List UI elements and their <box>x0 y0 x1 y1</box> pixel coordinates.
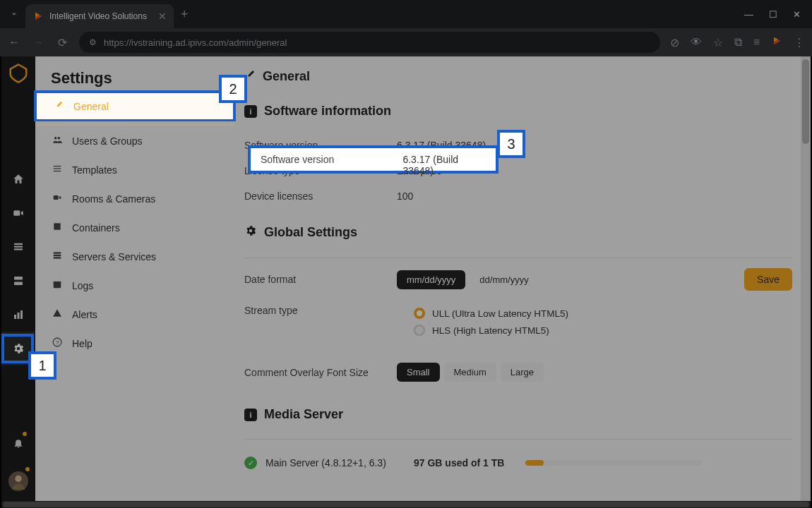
servers-icon <box>51 250 64 262</box>
info-row-device-licenses: Device licenses 100 <box>244 183 792 209</box>
date-format-option-0[interactable]: mm/dd/yyyy <box>397 270 465 289</box>
sidebar-item-rooms-cameras[interactable]: Rooms & Cameras <box>35 184 234 213</box>
gear-icon <box>244 224 257 241</box>
site-settings-icon[interactable]: ⚙ <box>89 37 97 47</box>
back-button[interactable]: ← <box>7 36 21 49</box>
setting-label: Comment Overlay Font Size <box>244 367 397 378</box>
forward-button[interactable]: → <box>31 36 45 49</box>
content-area: Settings General Users & Groups Template… <box>35 56 811 504</box>
rail-home-icon[interactable] <box>1 162 35 196</box>
info-icon: i <box>244 105 257 118</box>
svg-rect-18 <box>54 168 61 169</box>
callout-box-3: Software version 6.3.17 (Build 33648) <box>248 145 498 174</box>
window-minimize-icon[interactable]: — <box>744 9 753 20</box>
svg-rect-4 <box>13 210 20 216</box>
rail-notifications-icon[interactable] <box>1 426 35 460</box>
sidebar-item-logs[interactable]: Logs <box>35 271 234 300</box>
svg-rect-9 <box>14 282 23 286</box>
section-title: Software information <box>264 104 391 119</box>
date-format-option-1[interactable]: dd/mm/yyyy <box>470 270 538 289</box>
browser-tab-strip: Intelligent Video Solutions ✕ + — ☐ ✕ <box>0 0 812 28</box>
vertical-scrollbar[interactable] <box>801 56 811 504</box>
url-text: https://ivstraining.ad.ipivs.com/admin/g… <box>104 37 287 48</box>
rail-server-icon[interactable] <box>1 264 35 298</box>
section-software-info: i Software information <box>244 104 792 119</box>
save-button[interactable]: Save <box>744 268 792 291</box>
font-size-option-small[interactable]: Small <box>397 363 440 382</box>
tab-title: Intelligent Video Solutions <box>49 11 153 21</box>
font-size-option-medium[interactable]: Medium <box>444 363 496 382</box>
media-server-row: ✓ Main Server (4.8.12+1, 6.3) 97 GB used… <box>244 442 792 473</box>
help-icon: ? <box>51 337 64 349</box>
rail-chart-icon[interactable] <box>1 298 35 332</box>
scrollbar-thumb[interactable] <box>3 502 809 507</box>
media-server-name: Main Server (4.8.12+1, 6.3) <box>265 457 405 468</box>
sidebar-item-templates[interactable]: Templates <box>35 155 234 184</box>
svg-point-16 <box>58 137 61 140</box>
reload-button[interactable]: ⟳ <box>55 36 69 49</box>
sidebar-item-alerts[interactable]: Alerts <box>35 300 234 329</box>
section-title: Global Settings <box>264 225 357 240</box>
scrollbar-thumb[interactable] <box>802 59 809 144</box>
new-tab-button[interactable]: + <box>181 7 189 22</box>
divider <box>244 258 792 258</box>
svg-rect-24 <box>54 255 61 256</box>
page-heading: General <box>244 69 792 84</box>
address-bar[interactable]: ⚙ https://ivstraining.ad.ipivs.com/admin… <box>79 32 660 53</box>
svg-rect-10 <box>14 315 16 319</box>
tab-favicon <box>32 11 44 22</box>
sidebar-item-help[interactable]: ? Help <box>35 329 234 358</box>
setting-label: Stream type <box>244 305 397 316</box>
setting-stream-type: Stream type ULL (Ultra Low Latency HTML5… <box>244 298 792 346</box>
callout-number-1: 1 <box>28 351 56 380</box>
svg-rect-23 <box>54 252 61 253</box>
radio-label: HLS (High Latency HTML5) <box>432 325 549 336</box>
window-close-icon[interactable]: ✕ <box>793 9 801 20</box>
usage-progress-bar <box>525 460 702 466</box>
app-launcher-icon[interactable] <box>771 35 782 49</box>
rail-slides-icon[interactable] <box>1 230 35 264</box>
app-left-rail <box>1 56 35 504</box>
status-ok-icon: ✓ <box>244 456 257 469</box>
radio-unselected-icon <box>414 325 425 336</box>
extensions-icon[interactable]: ⧉ <box>734 36 742 49</box>
bookmark-icon[interactable]: ☆ <box>713 36 723 49</box>
setting-date-format: Date format mm/dd/yyyy dd/mm/yyyy Save <box>244 261 792 298</box>
sidebar-item-label: Alerts <box>72 309 97 320</box>
tab-search-dropdown[interactable] <box>6 6 23 23</box>
sidebar-item-servers-services[interactable]: Servers & Services <box>35 242 234 271</box>
password-icon[interactable]: ⊘ <box>670 36 679 49</box>
callout-number-3: 3 <box>497 130 525 158</box>
sidebar-item-label: Logs <box>72 280 93 291</box>
window-maximize-icon[interactable]: ☐ <box>769 9 777 20</box>
svg-rect-6 <box>14 246 23 248</box>
font-size-option-large[interactable]: Large <box>501 363 544 382</box>
svg-rect-22 <box>54 223 60 224</box>
rail-avatar[interactable] <box>1 464 35 498</box>
sidebar-item-label: Rooms & Cameras <box>72 193 155 205</box>
svg-rect-7 <box>14 248 23 250</box>
svg-rect-25 <box>54 257 61 258</box>
setting-label: Date format <box>244 274 397 285</box>
settings-sidebar: Settings General Users & Groups Template… <box>35 56 234 504</box>
tab-close-icon[interactable]: ✕ <box>158 11 167 22</box>
incognito-icon[interactable]: 👁 <box>691 36 702 49</box>
setting-comment-font-size: Comment Overlay Font Size Small Medium L… <box>244 356 792 389</box>
rail-video-icon[interactable] <box>1 196 35 230</box>
reading-list-icon[interactable]: ≡ <box>753 36 760 49</box>
sidebar-item-users-groups[interactable]: Users & Groups <box>35 126 234 155</box>
section-title: Media Server <box>264 407 343 422</box>
sidebar-item-label: Containers <box>72 222 120 234</box>
app-logo[interactable] <box>7 62 30 85</box>
horizontal-scrollbar[interactable] <box>1 501 811 508</box>
stream-type-option-hls[interactable]: HLS (High Latency HTML5) <box>397 322 568 339</box>
browser-tab[interactable]: Intelligent Video Solutions ✕ <box>25 4 174 28</box>
svg-point-14 <box>15 476 21 482</box>
info-icon: i <box>244 409 257 421</box>
sidebar-item-label: Servers & Services <box>72 251 156 262</box>
browser-toolbar: ← → ⟳ ⚙ https://ivstraining.ad.ipivs.com… <box>0 28 812 56</box>
browser-menu-icon[interactable]: ⋮ <box>794 36 805 49</box>
sidebar-item-containers[interactable]: Containers <box>35 213 234 242</box>
radio-selected-icon <box>414 308 425 319</box>
stream-type-option-ull[interactable]: ULL (Ultra Low Latency HTML5) <box>397 305 568 322</box>
